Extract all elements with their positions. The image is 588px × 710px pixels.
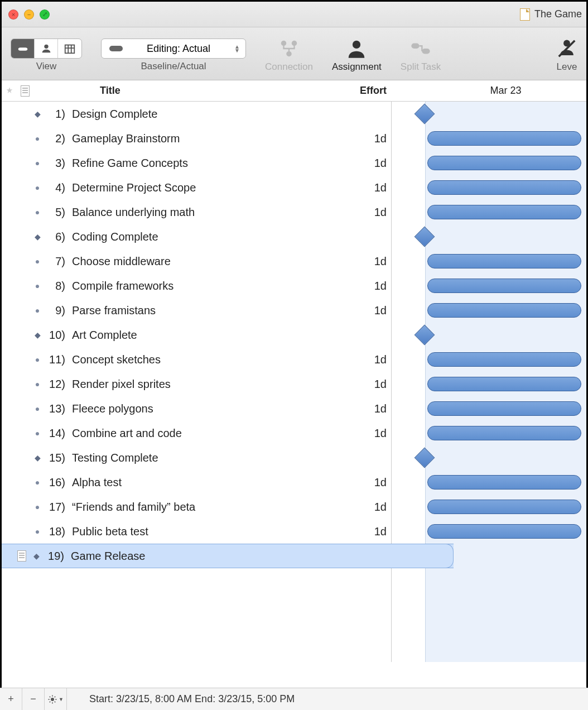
- task-row[interactable]: ●17)“Friends and family” beta1d: [2, 495, 391, 519]
- gantt-row[interactable]: [392, 126, 586, 151]
- connection-icon[interactable]: [278, 38, 300, 59]
- gantt-row[interactable]: [392, 224, 586, 249]
- effort-column-header[interactable]: Effort: [346, 85, 391, 97]
- task-row[interactable]: ●8)Compile frameworks1d: [2, 274, 391, 298]
- baseline-dropdown[interactable]: Editing: Actual ▲▼: [101, 39, 246, 59]
- task-effort[interactable]: 1d: [349, 181, 391, 194]
- zoom-icon[interactable]: ⤢: [40, 9, 50, 20]
- gantt-row[interactable]: [392, 495, 586, 519]
- violations-column-icon[interactable]: [2, 87, 17, 95]
- task-row[interactable]: ◆10)Art Complete: [2, 323, 391, 347]
- minimize-icon[interactable]: −: [24, 9, 34, 20]
- task-bar[interactable]: [427, 131, 581, 146]
- task-effort[interactable]: 1d: [349, 427, 391, 440]
- task-effort[interactable]: 1d: [349, 132, 391, 145]
- task-title[interactable]: Render pixel sprites: [69, 378, 349, 391]
- gantt-row[interactable]: [392, 445, 586, 470]
- task-title[interactable]: Public beta test: [69, 525, 349, 538]
- task-title[interactable]: “Friends and family” beta: [69, 501, 349, 514]
- task-title[interactable]: Testing Complete: [69, 452, 349, 464]
- task-row[interactable]: ●3)Refine Game Concepts1d: [2, 151, 391, 175]
- task-title[interactable]: Determine Project Scope: [69, 181, 349, 194]
- gantt-row[interactable]: [392, 102, 586, 126]
- task-title[interactable]: Combine art and code: [69, 427, 349, 440]
- task-effort[interactable]: 1d: [349, 280, 391, 292]
- resource-view-icon[interactable]: [35, 39, 58, 58]
- task-effort[interactable]: 1d: [349, 255, 391, 268]
- action-menu-button[interactable]: ▼: [45, 688, 67, 711]
- task-title[interactable]: Fleece polygons: [69, 402, 349, 415]
- task-row[interactable]: ●9)Parse framistans1d: [2, 298, 391, 323]
- task-effort[interactable]: 1d: [349, 206, 391, 219]
- task-bar[interactable]: [427, 401, 581, 416]
- task-bar[interactable]: [427, 279, 581, 293]
- add-button[interactable]: +: [0, 688, 22, 711]
- task-row[interactable]: ◆1)Design Complete: [2, 102, 391, 126]
- task-effort[interactable]: 1d: [349, 353, 391, 366]
- gantt-row[interactable]: [392, 396, 586, 421]
- task-table[interactable]: ◆1)Design Complete●2)Gameplay Brainstorm…: [2, 102, 391, 662]
- gantt-row[interactable]: [392, 323, 586, 347]
- gantt-row[interactable]: [392, 249, 586, 274]
- task-bar[interactable]: [427, 156, 581, 170]
- task-row[interactable]: ●13)Fleece polygons1d: [2, 396, 391, 421]
- split-task-icon[interactable]: [410, 38, 431, 59]
- task-bar[interactable]: [427, 524, 581, 539]
- gantt-row[interactable]: [392, 151, 586, 175]
- task-bar[interactable]: [427, 303, 581, 318]
- task-title[interactable]: Art Complete: [69, 329, 349, 342]
- task-bar[interactable]: [427, 377, 581, 391]
- milestone-diamond[interactable]: [415, 448, 435, 468]
- task-bar[interactable]: [427, 205, 581, 219]
- task-bar[interactable]: [427, 475, 581, 490]
- task-bar[interactable]: [427, 426, 581, 440]
- task-row[interactable]: ●16)Alpha test1d: [2, 470, 391, 495]
- milestone-diamond[interactable]: [415, 104, 435, 124]
- task-bar[interactable]: [427, 352, 581, 367]
- gantt-row[interactable]: [392, 298, 586, 323]
- task-title[interactable]: Refine Game Concepts: [69, 157, 349, 170]
- task-bar[interactable]: [427, 500, 581, 514]
- gantt-row[interactable]: [392, 347, 586, 372]
- task-title[interactable]: Gameplay Brainstorm: [69, 132, 349, 145]
- task-row[interactable]: ◆15)Testing Complete: [2, 445, 391, 470]
- task-row[interactable]: ●2)Gameplay Brainstorm1d: [2, 126, 391, 151]
- task-row[interactable]: ◆19)Game Release: [2, 544, 454, 568]
- calendar-view-icon[interactable]: [58, 39, 81, 58]
- gantt-row[interactable]: [392, 470, 586, 495]
- task-effort[interactable]: 1d: [349, 304, 391, 317]
- gantt-view-icon[interactable]: [11, 39, 35, 58]
- task-effort[interactable]: 1d: [349, 476, 391, 489]
- task-row[interactable]: ●12)Render pixel sprites1d: [2, 372, 391, 396]
- task-row[interactable]: ●4)Determine Project Scope1d: [2, 175, 391, 200]
- gantt-row[interactable]: [392, 372, 586, 396]
- note-indicator-icon[interactable]: [17, 550, 26, 562]
- task-effort[interactable]: 1d: [349, 402, 391, 415]
- task-title[interactable]: Game Release: [68, 550, 411, 563]
- task-effort[interactable]: 1d: [349, 157, 391, 170]
- task-title[interactable]: Parse framistans: [69, 304, 349, 317]
- task-effort[interactable]: 1d: [349, 525, 391, 538]
- gantt-row[interactable]: [392, 274, 586, 298]
- task-row[interactable]: ●5)Balance underlying math1d: [2, 200, 391, 224]
- task-title[interactable]: Concept sketches: [69, 353, 349, 366]
- task-title[interactable]: Balance underlying math: [69, 206, 349, 219]
- task-row[interactable]: ●11)Concept sketches1d: [2, 347, 391, 372]
- view-segmented[interactable]: [11, 39, 82, 59]
- remove-button[interactable]: −: [22, 688, 45, 711]
- assignment-icon[interactable]: [346, 38, 367, 59]
- notes-column-icon[interactable]: [17, 85, 33, 97]
- task-row[interactable]: ●18)Public beta test1d: [2, 519, 391, 544]
- task-title[interactable]: Choose middleware: [69, 255, 349, 268]
- close-icon[interactable]: ×: [8, 9, 18, 20]
- level-icon[interactable]: [556, 38, 577, 59]
- title-column-header[interactable]: Title: [33, 85, 346, 97]
- gantt-pane[interactable]: [391, 102, 586, 662]
- task-row[interactable]: ●7)Choose middleware1d: [2, 249, 391, 274]
- task-effort[interactable]: 1d: [349, 501, 391, 514]
- milestone-diamond[interactable]: [415, 325, 435, 346]
- task-title[interactable]: Coding Complete: [69, 231, 349, 243]
- gantt-row[interactable]: [392, 200, 586, 224]
- task-title[interactable]: Alpha test: [69, 476, 349, 489]
- task-title[interactable]: Design Complete: [69, 108, 349, 121]
